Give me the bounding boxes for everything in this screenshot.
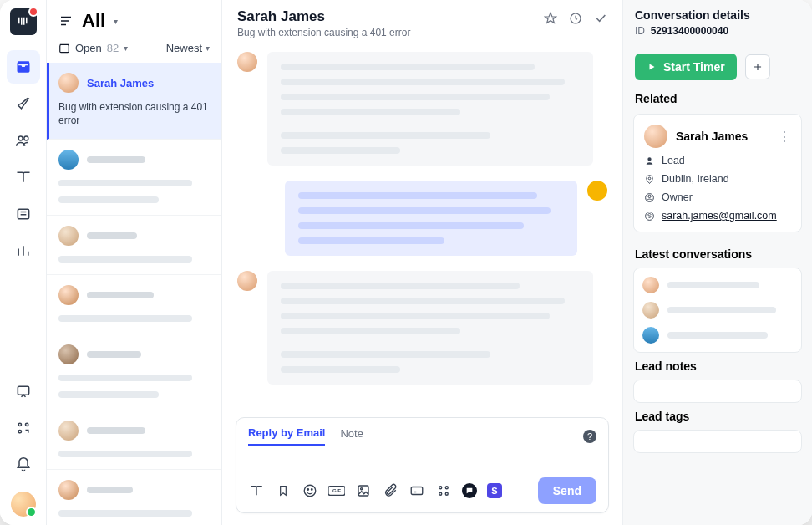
- lead-tags-heading: Lead tags: [623, 403, 812, 426]
- bookmark-icon[interactable]: [275, 482, 292, 499]
- svg-point-6: [18, 431, 21, 433]
- conversation-item[interactable]: [47, 140, 221, 216]
- sort-dropdown[interactable]: Newest ▾: [166, 42, 210, 54]
- svg-point-17: [445, 487, 448, 489]
- add-button[interactable]: [745, 54, 770, 79]
- svg-point-0: [18, 136, 23, 140]
- avatar: [58, 150, 79, 170]
- contact-email[interactable]: sarah.james@gmail.com: [662, 210, 777, 222]
- current-user-avatar[interactable]: [11, 492, 36, 517]
- id-value: 52913400000040: [651, 25, 728, 37]
- latest-conversation-item[interactable]: [642, 302, 793, 319]
- status-count: 82: [107, 42, 119, 54]
- details-heading: Conversation details: [635, 8, 800, 22]
- send-button[interactable]: Send: [538, 477, 596, 504]
- lead-tags-box[interactable]: [633, 430, 802, 453]
- conversation-item[interactable]: [47, 410, 221, 470]
- nav-apps[interactable]: [7, 411, 40, 445]
- nav-notifications[interactable]: [7, 448, 40, 482]
- sort-label: Newest: [166, 42, 202, 54]
- latest-conversation-item[interactable]: [642, 327, 793, 344]
- conversation-item[interactable]: [47, 334, 221, 410]
- message-outbound: [237, 181, 607, 256]
- contact-owner: Owner: [662, 191, 693, 203]
- reply-composer: Reply by Email Note ? GIF S Send: [236, 417, 609, 513]
- stripe-icon[interactable]: S: [487, 483, 502, 498]
- image-icon[interactable]: [355, 482, 372, 499]
- more-icon[interactable]: ⋮: [778, 129, 791, 145]
- latest-heading: Latest conversations: [623, 241, 812, 264]
- view-switcher-icon[interactable]: [58, 13, 74, 28]
- svg-point-16: [439, 487, 442, 489]
- nav-people[interactable]: [7, 124, 40, 157]
- avatar: [642, 327, 659, 344]
- nav-reports[interactable]: [7, 234, 40, 268]
- avatar: [58, 480, 79, 500]
- contact-role: Lead: [662, 155, 685, 166]
- avatar: [642, 302, 659, 319]
- start-timer-label: Start Timer: [663, 60, 725, 74]
- contact-location: Dublin, Ireland: [662, 173, 729, 185]
- svg-rect-15: [411, 487, 423, 495]
- svg-point-9: [307, 489, 309, 491]
- related-heading: Related: [623, 85, 812, 109]
- inbox-title: All: [82, 10, 105, 32]
- contact-card: Sarah James ⋮ Lead Dublin, Ireland Owner…: [633, 114, 802, 232]
- tab-note[interactable]: Note: [340, 427, 363, 445]
- apps-icon[interactable]: [435, 482, 452, 499]
- conversation-thread: Sarah James Bug with extension causing a…: [222, 0, 623, 525]
- conversation-item[interactable]: [47, 275, 221, 334]
- svg-rect-2: [18, 209, 28, 219]
- lead-notes-heading: Lead notes: [623, 353, 812, 376]
- conversation-subject: Bug with extension causing a 401 error: [58, 101, 210, 127]
- svg-text:GIF: GIF: [332, 487, 341, 493]
- nav-messenger[interactable]: [7, 375, 40, 408]
- nav-articles[interactable]: [7, 161, 40, 194]
- avatar: [237, 52, 257, 72]
- app-logo[interactable]: [10, 8, 37, 35]
- avatar: [642, 277, 659, 293]
- conversation-details-panel: Conversation details ID 52913400000040 S…: [623, 0, 812, 525]
- snooze-icon[interactable]: [569, 12, 582, 25]
- thread-title: Sarah James: [237, 8, 410, 25]
- avatar: [58, 421, 79, 441]
- conversation-item[interactable]: Sarah James Bug with extension causing a…: [47, 63, 221, 140]
- chevron-down-icon: ▾: [206, 43, 210, 53]
- conversation-name: Sarah James: [87, 77, 154, 89]
- messenger-icon[interactable]: [462, 483, 477, 498]
- svg-point-19: [445, 492, 448, 495]
- gif-icon[interactable]: GIF: [328, 482, 345, 499]
- start-timer-button[interactable]: Start Timer: [635, 54, 737, 80]
- svg-point-1: [23, 136, 28, 140]
- articles-icon[interactable]: [248, 482, 265, 499]
- conversation-item[interactable]: [47, 216, 221, 275]
- emoji-icon[interactable]: [302, 482, 318, 499]
- svg-point-20: [648, 177, 651, 180]
- nav-send[interactable]: [7, 87, 40, 120]
- inbox-dropdown-icon[interactable]: ▾: [114, 17, 118, 26]
- nav-news[interactable]: [7, 197, 40, 231]
- avatar: [237, 271, 257, 291]
- latest-conversation-item[interactable]: [642, 277, 793, 293]
- tab-reply-email[interactable]: Reply by Email: [248, 426, 325, 446]
- status-label: Open: [75, 42, 102, 54]
- svg-point-22: [648, 195, 651, 197]
- help-icon[interactable]: ?: [583, 430, 596, 443]
- attachment-icon[interactable]: [382, 482, 398, 499]
- lead-notes-box[interactable]: [633, 380, 802, 403]
- card-icon[interactable]: [409, 482, 425, 499]
- message-inbound: [237, 271, 607, 385]
- chevron-down-icon: ▾: [124, 43, 128, 53]
- svg-point-18: [439, 492, 442, 495]
- svg-point-8: [304, 485, 316, 497]
- star-icon[interactable]: [544, 12, 557, 25]
- conversation-item[interactable]: [47, 470, 221, 525]
- thread-subtitle: Bug with extension causing a 401 error: [237, 27, 410, 38]
- contact-name[interactable]: Sarah James: [676, 130, 748, 143]
- message-inbound: [237, 52, 607, 166]
- close-conversation-icon[interactable]: [594, 12, 607, 25]
- nav-rail: [0, 0, 47, 525]
- status-filter[interactable]: Open 82 ▾: [58, 42, 128, 54]
- nav-inbox[interactable]: [7, 50, 40, 84]
- conversation-list-panel: All ▾ Open 82 ▾ Newest ▾ Sarah James Bug…: [47, 0, 222, 525]
